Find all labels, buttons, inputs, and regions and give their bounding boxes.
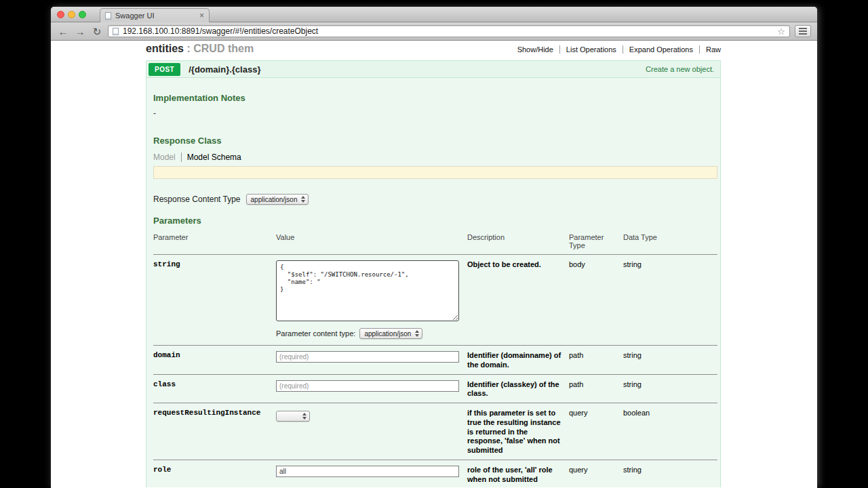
param-description: role of the user, 'all' role when not su… — [467, 466, 569, 485]
tab-close-icon[interactable]: × — [199, 12, 204, 20]
window-controls — [57, 11, 86, 18]
implementation-notes-body: - — [153, 108, 716, 118]
operation-block: POST /{domain}.{class} Create a new obje… — [146, 60, 721, 487]
implementation-notes-title: Implementation Notes — [153, 93, 716, 103]
select-stepper-icon — [302, 413, 307, 420]
param-name: role — [153, 466, 276, 485]
parameter-content-type-row: Parameter content type: application/json — [276, 328, 467, 339]
reload-icon[interactable]: ↻ — [91, 26, 103, 37]
address-bar[interactable]: 192.168.100.10:8891/swagger/#!/entities/… — [108, 25, 790, 37]
parameter-content-type-select[interactable]: application/json — [359, 328, 422, 339]
tab-model[interactable]: Model — [153, 152, 176, 162]
parameters-table: Parameter Value Description Parameter Ty… — [153, 230, 717, 487]
parameters-table-header: Parameter Value Description Parameter Ty… — [153, 230, 717, 254]
param-data-type: string — [623, 351, 717, 370]
param-type: query — [569, 409, 623, 455]
table-row: string { "$self": "/SWITCHON.resource/-1… — [153, 254, 717, 345]
param-type: body — [569, 260, 623, 339]
page-icon — [113, 28, 119, 35]
select-stepper-icon — [415, 330, 419, 337]
minimize-window-button[interactable] — [68, 11, 75, 18]
resource-links: Show/Hide List Operations Expand Operati… — [517, 45, 721, 54]
parameter-content-type-label: Parameter content type: — [276, 329, 355, 338]
param-type: query — [569, 466, 623, 485]
zoom-window-button[interactable] — [79, 11, 86, 18]
url-text[interactable]: 192.168.100.10:8891/swagger/#!/entities/… — [123, 26, 318, 36]
swagger-content: entities : CRUD them Show/Hide List Oper… — [146, 41, 721, 487]
model-tabs: Model Model Schema — [153, 152, 716, 162]
domain-value-input[interactable] — [276, 351, 459, 363]
param-name: requestResultingInstance — [153, 409, 276, 455]
operation-path[interactable]: /{domain}.{class} — [189, 64, 260, 75]
tab-title: Swagger UI — [115, 12, 154, 20]
browser-window: Swagger UI × ← → ↻ 192.168.100.10:8891/s… — [51, 7, 817, 488]
resource-header: entities : CRUD them Show/Hide List Oper… — [146, 41, 721, 55]
col-header-value: Value — [276, 233, 467, 249]
select-stepper-icon — [301, 196, 305, 203]
operation-content: Implementation Notes - Response Class Mo… — [146, 78, 721, 487]
expand-operations-link[interactable]: Expand Operations — [623, 45, 693, 54]
parameters-title: Parameters — [153, 216, 716, 226]
response-content-type-row: Response Content Type application/json — [153, 194, 716, 205]
class-value-input[interactable] — [276, 380, 459, 392]
param-description: Object to be created. — [467, 260, 569, 339]
raw-link[interactable]: Raw — [699, 45, 721, 54]
close-window-button[interactable] — [57, 11, 64, 18]
table-row: domain Identifier (domainname) of the do… — [153, 345, 717, 374]
forward-icon[interactable]: → — [74, 26, 86, 37]
col-header-parameter: Parameter — [153, 233, 276, 249]
param-data-type: string — [623, 466, 717, 485]
param-description: Identifier (domainname) of the domain. — [467, 351, 569, 370]
response-content-type-select[interactable]: application/json — [246, 194, 309, 205]
role-value-input[interactable] — [276, 466, 459, 477]
response-class-title: Response Class — [153, 136, 716, 146]
bookmark-star-icon[interactable]: ☆ — [777, 27, 785, 36]
body-parameter-textarea[interactable]: { "$self": "/SWITCHON.resource/-1", "nam… — [276, 260, 459, 321]
col-header-data-type: Data Type — [623, 233, 717, 249]
param-description: Identifier (classkey) of the class. — [467, 380, 569, 399]
browser-menu-icon[interactable] — [795, 25, 811, 37]
resource-title: entities : CRUD them — [146, 43, 254, 55]
tab-model-schema[interactable]: Model Schema — [181, 152, 241, 162]
param-type: path — [569, 351, 623, 370]
param-data-type: string — [623, 380, 717, 399]
param-data-type: string — [623, 260, 717, 339]
col-header-description: Description — [467, 233, 569, 249]
table-row: role role of the user, 'all' role when n… — [153, 460, 717, 487]
response-content-type-label: Response Content Type — [153, 195, 241, 204]
operation-summary: Create a new object. — [646, 65, 714, 73]
http-method-badge: POST — [149, 63, 180, 76]
back-icon[interactable]: ← — [57, 26, 69, 37]
table-row: requestResultingInstance if this paramet… — [153, 403, 717, 460]
model-signature-box[interactable] — [153, 166, 717, 179]
request-resulting-instance-select[interactable] — [276, 411, 310, 422]
favicon-icon — [105, 12, 111, 20]
param-data-type: boolean — [623, 409, 717, 455]
col-header-param-type: Parameter Type — [569, 233, 623, 249]
browser-toolbar: ← → ↻ 192.168.100.10:8891/swagger/#!/ent… — [51, 22, 817, 41]
param-name: string — [153, 260, 276, 339]
browser-tab[interactable]: Swagger UI × — [100, 8, 210, 22]
param-description: if this parameter is set to true the res… — [467, 409, 569, 455]
param-name: class — [153, 380, 276, 399]
operation-header[interactable]: POST /{domain}.{class} Create a new obje… — [146, 60, 721, 78]
list-operations-link[interactable]: List Operations — [559, 45, 616, 54]
param-name: domain — [153, 351, 276, 370]
param-type: path — [569, 380, 623, 399]
browser-titlebar[interactable]: Swagger UI × — [51, 7, 817, 22]
show-hide-link[interactable]: Show/Hide — [517, 45, 553, 54]
table-row: class Identifier (classkey) of the class… — [153, 374, 717, 403]
page-viewport: entities : CRUD them Show/Hide List Oper… — [51, 41, 817, 487]
